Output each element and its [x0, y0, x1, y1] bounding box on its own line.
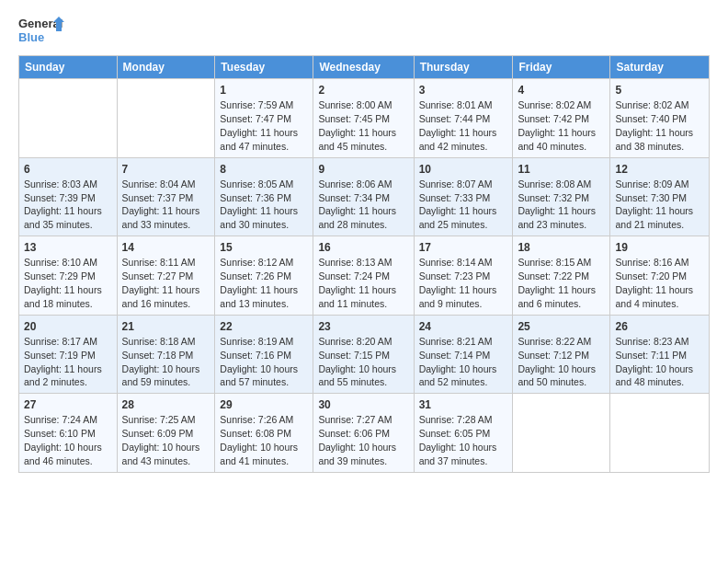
day-info: Daylight: 11 hours and 18 minutes. — [24, 284, 102, 309]
day-info: Sunset: 7:40 PM — [615, 113, 687, 124]
day-info: Sunrise: 7:28 AM — [419, 414, 493, 425]
day-info: Sunrise: 8:22 AM — [518, 336, 591, 347]
day-info: Sunset: 7:37 PM — [122, 192, 194, 203]
day-info: Sunrise: 8:16 AM — [615, 257, 688, 268]
day-info: Sunset: 7:33 PM — [419, 192, 491, 203]
calendar-cell: 3Sunrise: 8:01 AMSunset: 7:44 PMDaylight… — [414, 79, 513, 158]
day-number: 11 — [518, 162, 605, 177]
col-header-sunday: Sunday — [19, 56, 118, 79]
day-info: Daylight: 11 hours and 11 minutes. — [318, 284, 396, 309]
calendar-cell: 8Sunrise: 8:05 AMSunset: 7:36 PMDaylight… — [215, 157, 313, 236]
calendar-cell: 14Sunrise: 8:11 AMSunset: 7:27 PMDayligh… — [117, 236, 215, 316]
day-info: Daylight: 11 hours and 45 minutes. — [318, 127, 396, 152]
day-info: Sunrise: 8:09 AM — [615, 178, 688, 190]
calendar-cell — [513, 394, 610, 473]
day-info: Sunset: 7:39 PM — [24, 192, 96, 203]
svg-text:Blue: Blue — [18, 30, 44, 44]
day-info: Sunrise: 7:25 AM — [122, 414, 196, 425]
calendar-cell: 6Sunrise: 8:03 AMSunset: 7:39 PMDaylight… — [19, 157, 118, 236]
day-info: Daylight: 11 hours and 40 minutes. — [518, 127, 596, 152]
calendar-cell — [610, 394, 710, 473]
day-info: Sunrise: 8:08 AM — [518, 178, 591, 190]
day-number: 26 — [615, 319, 704, 334]
day-info: Sunset: 7:12 PM — [518, 350, 589, 361]
calendar-cell: 24Sunrise: 8:21 AMSunset: 7:14 PMDayligh… — [414, 315, 513, 394]
day-info: Sunrise: 8:20 AM — [318, 336, 392, 347]
page: General Blue SundayMondayTuesdayWednesda… — [0, 0, 728, 563]
day-number: 3 — [419, 83, 508, 98]
calendar-cell: 1Sunrise: 7:59 AMSunset: 7:47 PMDaylight… — [215, 79, 313, 158]
day-number: 13 — [24, 240, 112, 255]
day-info: Sunrise: 8:10 AM — [24, 257, 97, 268]
calendar-cell: 12Sunrise: 8:09 AMSunset: 7:30 PMDayligh… — [610, 157, 710, 236]
day-info: Daylight: 10 hours and 52 minutes. — [419, 363, 497, 388]
calendar-cell: 7Sunrise: 8:04 AMSunset: 7:37 PMDaylight… — [117, 157, 215, 236]
day-number: 7 — [122, 162, 210, 177]
day-info: Daylight: 10 hours and 55 minutes. — [318, 363, 396, 388]
day-info: Daylight: 10 hours and 43 minutes. — [122, 442, 200, 466]
day-info: Sunrise: 8:21 AM — [419, 336, 493, 347]
day-info: Sunrise: 7:26 AM — [220, 414, 293, 425]
col-header-monday: Monday — [117, 56, 215, 79]
day-number: 15 — [220, 240, 308, 255]
calendar-table: SundayMondayTuesdayWednesdayThursdayFrid… — [18, 55, 710, 473]
day-info: Sunrise: 7:24 AM — [24, 414, 97, 425]
day-info: Sunset: 7:29 PM — [24, 270, 96, 282]
calendar-cell: 21Sunrise: 8:18 AMSunset: 7:18 PMDayligh… — [117, 315, 215, 394]
day-info: Sunrise: 8:01 AM — [419, 99, 493, 110]
day-info: Daylight: 11 hours and 4 minutes. — [615, 284, 693, 309]
day-number: 23 — [318, 319, 408, 334]
calendar-cell: 17Sunrise: 8:14 AMSunset: 7:23 PMDayligh… — [414, 236, 513, 316]
calendar-cell: 16Sunrise: 8:13 AMSunset: 7:24 PMDayligh… — [313, 236, 414, 316]
day-number: 16 — [318, 240, 408, 255]
day-info: Daylight: 11 hours and 30 minutes. — [220, 205, 298, 230]
day-info: Daylight: 11 hours and 21 minutes. — [615, 205, 693, 230]
day-number: 31 — [419, 397, 508, 412]
day-info: Sunrise: 7:59 AM — [220, 99, 293, 110]
day-info: Sunrise: 8:07 AM — [419, 178, 493, 190]
day-info: Sunset: 7:27 PM — [122, 270, 194, 282]
week-row-5: 27Sunrise: 7:24 AMSunset: 6:10 PMDayligh… — [19, 394, 710, 473]
day-info: Daylight: 10 hours and 39 minutes. — [318, 442, 396, 466]
day-number: 10 — [419, 162, 508, 177]
day-number: 25 — [518, 319, 605, 334]
day-info: Daylight: 10 hours and 37 minutes. — [419, 442, 497, 466]
day-info: Sunrise: 8:11 AM — [122, 257, 196, 268]
calendar-cell: 13Sunrise: 8:10 AMSunset: 7:29 PMDayligh… — [19, 236, 118, 316]
calendar-cell: 18Sunrise: 8:15 AMSunset: 7:22 PMDayligh… — [513, 236, 610, 316]
day-info: Daylight: 10 hours and 59 minutes. — [122, 363, 200, 388]
calendar-cell: 29Sunrise: 7:26 AMSunset: 6:08 PMDayligh… — [215, 394, 313, 473]
day-info: Sunset: 6:05 PM — [419, 428, 491, 439]
day-info: Sunrise: 8:03 AM — [24, 178, 97, 190]
col-header-wednesday: Wednesday — [313, 56, 414, 79]
header: General Blue — [18, 15, 710, 48]
day-number: 8 — [220, 162, 308, 177]
calendar-cell — [117, 79, 215, 158]
week-row-1: 1Sunrise: 7:59 AMSunset: 7:47 PMDaylight… — [19, 79, 710, 158]
day-info: Daylight: 11 hours and 33 minutes. — [122, 205, 200, 230]
day-info: Sunrise: 7:27 AM — [318, 414, 392, 425]
calendar-cell: 2Sunrise: 8:00 AMSunset: 7:45 PMDaylight… — [313, 79, 414, 158]
day-info: Sunrise: 8:17 AM — [24, 336, 97, 347]
day-info: Sunset: 7:42 PM — [518, 113, 589, 124]
day-info: Sunset: 7:32 PM — [518, 192, 589, 203]
day-info: Sunset: 7:45 PM — [318, 113, 390, 124]
day-info: Sunrise: 8:12 AM — [220, 257, 293, 268]
day-info: Daylight: 11 hours and 35 minutes. — [24, 205, 102, 230]
day-info: Sunset: 7:36 PM — [220, 192, 291, 203]
calendar-cell: 30Sunrise: 7:27 AMSunset: 6:06 PMDayligh… — [313, 394, 414, 473]
day-info: Sunrise: 8:19 AM — [220, 336, 293, 347]
day-number: 29 — [220, 397, 308, 412]
day-info: Sunset: 7:15 PM — [318, 350, 390, 361]
day-info: Sunset: 6:06 PM — [318, 428, 390, 439]
col-header-friday: Friday — [513, 56, 610, 79]
day-info: Sunrise: 8:05 AM — [220, 178, 293, 190]
day-number: 17 — [419, 240, 508, 255]
day-number: 2 — [318, 83, 408, 98]
day-info: Sunrise: 8:23 AM — [615, 336, 688, 347]
day-info: Daylight: 10 hours and 48 minutes. — [615, 363, 693, 388]
day-info: Sunset: 6:09 PM — [122, 428, 194, 439]
day-info: Sunrise: 8:02 AM — [615, 99, 688, 110]
day-number: 22 — [220, 319, 308, 334]
day-info: Sunset: 7:34 PM — [318, 192, 390, 203]
